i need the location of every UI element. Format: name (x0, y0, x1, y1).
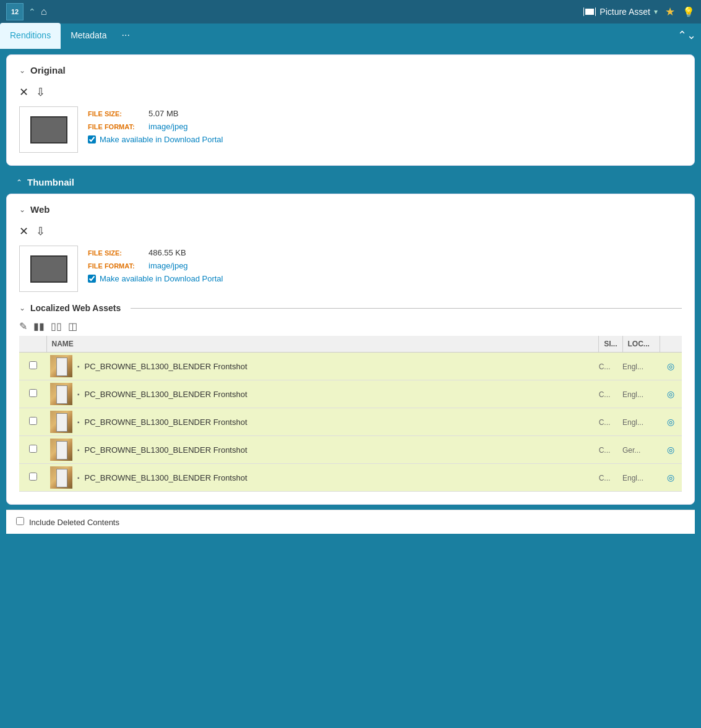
tab-renditions[interactable]: Renditions (0, 23, 61, 48)
row-type-icon: ▪ (76, 419, 81, 426)
row-checkbox[interactable] (29, 361, 37, 369)
row-loc: Engl... (622, 418, 643, 427)
localized-section: ⌄ Localized Web Assets ✎ ▮▮ ▯▯ ◫ NAME SI… (19, 297, 682, 492)
col-header-loc[interactable]: LOC... (622, 336, 660, 353)
localized-toolbar: ✎ ▮▮ ▯▯ ◫ (19, 317, 682, 336)
web-file-meta: FILE SIZE: 486.55 KB FILE FORMAT: image/… (88, 246, 223, 283)
row-name: PC_BROWNE_BL1300_BLENDER Frontshot (85, 362, 595, 371)
table-row: ▪ PC_BROWNE_BL1300_BLENDER Frontshot C..… (19, 408, 682, 436)
row-name: PC_BROWNE_BL1300_BLENDER Frontshot (85, 390, 595, 399)
row-si: C... (599, 362, 611, 371)
row-type-icon: ▪ (76, 447, 81, 453)
row-thumb-img (50, 355, 72, 377)
picture-asset-icon (583, 7, 596, 16)
original-fileformat-row: FILE FORMAT: image/jpeg (88, 122, 223, 131)
row-checkbox[interactable] (29, 445, 37, 453)
row-checkbox-cell[interactable] (19, 436, 46, 464)
picture-asset-text: Picture Asset (600, 7, 650, 17)
web-filesize-row: FILE SIZE: 486.55 KB (88, 248, 223, 257)
table-row: ▪ PC_BROWNE_BL1300_BLENDER Frontshot C..… (19, 464, 682, 492)
original-delete-icon[interactable]: ✕ (19, 85, 28, 99)
thumbnail-expand-icon[interactable]: ⌃ (16, 178, 22, 187)
globe-icon[interactable]: ◎ (667, 445, 674, 455)
original-collapse-icon[interactable]: ⌄ (19, 66, 25, 75)
original-title: Original (30, 65, 66, 75)
toolbar-frame-icon[interactable]: ◫ (68, 320, 77, 332)
row-checkbox[interactable] (29, 417, 37, 425)
toolbar-bar-icon[interactable]: ▮▮ (33, 320, 45, 332)
row-thumb-img (50, 411, 72, 433)
col-header-name[interactable]: NAME (46, 336, 599, 353)
original-file-info: FILE SIZE: 5.07 MB FILE FORMAT: image/jp… (19, 106, 682, 153)
app-icon[interactable]: 12 (6, 3, 24, 20)
sort-icon[interactable]: ⌃⌄ (677, 28, 696, 42)
globe-icon[interactable]: ◎ (667, 361, 674, 371)
toolbar-edit-icon[interactable]: ✎ (19, 320, 27, 332)
home-icon[interactable]: ⌂ (41, 6, 47, 17)
include-deleted-checkbox[interactable] (16, 517, 24, 525)
row-thumbnail (50, 466, 72, 489)
picture-asset-chevron[interactable]: ▾ (654, 7, 658, 16)
row-checkbox[interactable] (29, 389, 37, 397)
row-si-cell: C... (599, 353, 622, 380)
footer-checkbox-container (16, 516, 24, 528)
row-globe-cell[interactable]: ◎ (660, 408, 682, 436)
thumbnail-section[interactable]: ⌃ Thumbnail (6, 171, 695, 194)
row-thumbnail (50, 355, 72, 377)
web-download-icon[interactable]: ⇩ (36, 225, 45, 238)
top-bar-left: 12 ⌃ ⌂ (6, 3, 47, 20)
row-checkbox-cell[interactable] (19, 380, 46, 408)
localized-header: ⌄ Localized Web Assets (19, 297, 682, 317)
row-checkbox[interactable] (29, 473, 37, 481)
row-globe-cell[interactable]: ◎ (660, 436, 682, 464)
row-name-cell: ▪ PC_BROWNE_BL1300_BLENDER Frontshot (46, 380, 599, 408)
row-globe-cell[interactable]: ◎ (660, 464, 682, 492)
original-portal-label: Make available in Download Portal (100, 135, 223, 144)
row-name: PC_BROWNE_BL1300_BLENDER Frontshot (85, 473, 595, 482)
row-globe-cell[interactable]: ◎ (660, 353, 682, 380)
row-name-cell: ▪ PC_BROWNE_BL1300_BLENDER Frontshot (46, 464, 599, 492)
localized-collapse-icon[interactable]: ⌄ (19, 304, 25, 312)
globe-icon[interactable]: ◎ (667, 473, 674, 482)
row-globe-cell[interactable]: ◎ (660, 380, 682, 408)
bulb-icon[interactable]: 💡 (682, 6, 695, 18)
original-download-icon[interactable]: ⇩ (36, 85, 45, 99)
web-filesize-label: FILE SIZE: (88, 249, 144, 257)
row-si-cell: C... (599, 380, 622, 408)
row-si: C... (599, 474, 611, 482)
globe-icon[interactable]: ◎ (667, 417, 674, 427)
web-thumbnail (19, 246, 78, 292)
row-type-icon: ▪ (76, 391, 81, 398)
localized-divider (131, 308, 682, 309)
top-bar: 12 ⌃ ⌂ Picture Asset ▾ ★ 💡 (0, 0, 701, 24)
tab-more[interactable]: ··· (117, 30, 135, 41)
original-filesize-value: 5.07 MB (148, 109, 178, 118)
tab-metadata[interactable]: Metadata (61, 23, 116, 48)
row-si-cell: C... (599, 464, 622, 492)
top-bar-right: Picture Asset ▾ ★ 💡 (583, 5, 695, 19)
original-action-icons: ✕ ⇩ (19, 85, 682, 99)
row-thumb-img (50, 439, 72, 461)
col-header-si[interactable]: SI... (599, 336, 622, 353)
row-checkbox-cell[interactable] (19, 353, 46, 380)
toolbar-copy-icon[interactable]: ▯▯ (51, 320, 62, 332)
web-fileformat-value: image/jpeg (148, 261, 188, 270)
web-delete-icon[interactable]: ✕ (19, 225, 28, 238)
row-name: PC_BROWNE_BL1300_BLENDER Frontshot (85, 445, 595, 455)
nav-arrow[interactable]: ⌃ (28, 7, 36, 17)
web-filesize-value: 486.55 KB (148, 248, 186, 257)
row-checkbox-cell[interactable] (19, 464, 46, 492)
web-portal-checkbox[interactable] (88, 275, 96, 283)
row-thumbnail (50, 411, 72, 433)
web-section: ⌄ Web ✕ ⇩ FILE SIZE: 486.55 KB FILE FORM… (6, 194, 695, 505)
original-filesize-row: FILE SIZE: 5.07 MB (88, 109, 223, 118)
original-fileformat-value: image/jpeg (148, 122, 188, 131)
web-collapse-icon[interactable]: ⌄ (19, 205, 25, 214)
col-header-checkbox (19, 336, 46, 353)
row-type-icon: ▪ (76, 363, 81, 370)
original-portal-checkbox[interactable] (88, 135, 96, 143)
row-loc: Ger... (622, 446, 640, 455)
globe-icon[interactable]: ◎ (667, 389, 674, 399)
row-checkbox-cell[interactable] (19, 408, 46, 436)
star-icon[interactable]: ★ (665, 5, 675, 19)
